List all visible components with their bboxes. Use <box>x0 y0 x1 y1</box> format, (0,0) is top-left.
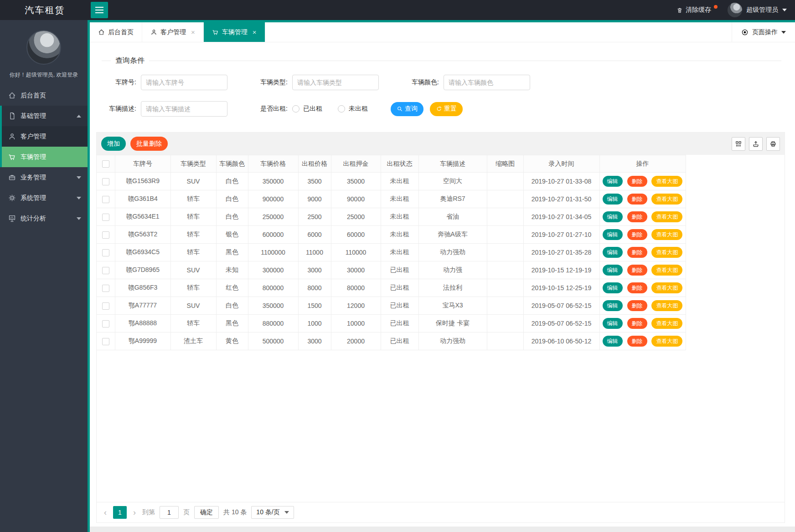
row-checkbox[interactable] <box>102 320 109 327</box>
sidebar-item-business-management[interactable]: 业务管理 <box>0 167 88 188</box>
cell-price: 1100000 <box>248 244 298 261</box>
view-large-image-button[interactable]: 查看大图 <box>651 229 682 240</box>
columns-filter-button[interactable] <box>732 137 745 151</box>
delete-button[interactable]: 删除 <box>627 229 647 240</box>
print-button[interactable] <box>766 137 780 151</box>
prev-page-button[interactable]: ‹ <box>102 508 108 517</box>
table-row: 赣G563T2 轿车 银色 600000 6000 60000 未出租 奔驰A级… <box>97 226 686 244</box>
current-page-button[interactable]: 1 <box>113 506 127 519</box>
cell-color: 未知 <box>216 261 248 279</box>
cell-deposit: 20000 <box>331 332 381 350</box>
sidebar-item-basic-management[interactable]: 基础管理 <box>2 106 88 126</box>
cell-status: 未出租 <box>381 226 418 244</box>
cell-type: 轿车 <box>170 226 216 244</box>
delete-button[interactable]: 删除 <box>627 194 647 205</box>
view-large-image-button[interactable]: 查看大图 <box>651 282 682 293</box>
sidebar-toggle-button[interactable] <box>91 2 108 18</box>
row-checkbox[interactable] <box>102 285 109 292</box>
delete-button[interactable]: 删除 <box>627 211 647 222</box>
sidebar-item-customer-management[interactable]: 客户管理 <box>2 126 88 147</box>
delete-button[interactable]: 删除 <box>627 318 647 329</box>
tab-vehicle-management[interactable]: 车辆管理 × <box>204 22 265 42</box>
cell-type: 轿车 <box>170 315 216 332</box>
edit-button[interactable]: 编辑 <box>603 176 623 187</box>
row-checkbox[interactable] <box>102 249 109 256</box>
cell-type: SUV <box>170 297 216 315</box>
edit-button[interactable]: 编辑 <box>603 300 623 311</box>
sidebar-item-home[interactable]: 后台首页 <box>0 85 88 106</box>
select-all-checkbox[interactable] <box>102 160 109 168</box>
cell-plate: 鄂A77777 <box>115 297 170 315</box>
document-icon <box>8 112 16 120</box>
close-icon[interactable]: × <box>253 28 257 36</box>
delete-button[interactable]: 删除 <box>627 176 647 187</box>
page-actions-label: 页面操作 <box>752 28 778 36</box>
cell-deposit: 60000 <box>331 226 381 244</box>
export-button[interactable] <box>749 137 763 151</box>
cell-status: 已出租 <box>381 279 418 297</box>
edit-button[interactable]: 编辑 <box>603 318 623 329</box>
sidebar-item-system-management[interactable]: 系统管理 <box>0 188 88 208</box>
row-checkbox[interactable] <box>102 214 109 221</box>
edit-button[interactable]: 编辑 <box>603 211 623 222</box>
edit-button[interactable]: 编辑 <box>603 229 623 240</box>
edit-button[interactable]: 编辑 <box>603 194 623 205</box>
cell-plate: 赣G563T2 <box>115 226 170 244</box>
edit-button[interactable]: 编辑 <box>603 247 623 258</box>
next-page-button[interactable]: › <box>131 508 138 517</box>
view-large-image-button[interactable]: 查看大图 <box>651 318 682 329</box>
clear-cache-button[interactable]: 清除缓存 <box>676 6 718 14</box>
cell-desc: 法拉利 <box>418 279 487 297</box>
page-size-select[interactable]: 10 条/页 <box>251 506 294 519</box>
batch-delete-button[interactable]: 批量删除 <box>130 137 168 151</box>
view-large-image-button[interactable]: 查看大图 <box>651 211 682 222</box>
goto-page-input[interactable] <box>160 506 179 519</box>
close-icon[interactable]: × <box>191 28 195 36</box>
sidebar-item-vehicle-management[interactable]: 车辆管理 <box>2 147 88 167</box>
edit-button[interactable]: 编辑 <box>603 265 623 276</box>
view-large-image-button[interactable]: 查看大图 <box>651 265 682 276</box>
row-checkbox[interactable] <box>102 302 109 310</box>
search-button[interactable]: 查询 <box>391 102 423 116</box>
row-checkbox[interactable] <box>102 267 109 274</box>
radio-available[interactable]: 未出租 <box>338 105 368 113</box>
cell-rent-price: 3000 <box>298 332 331 350</box>
row-checkbox[interactable] <box>102 231 109 239</box>
reset-button[interactable]: 重置 <box>430 102 463 116</box>
tab-customer-management[interactable]: 客户管理 × <box>142 22 204 42</box>
delete-button[interactable]: 删除 <box>627 336 647 347</box>
delete-button[interactable]: 删除 <box>627 300 647 311</box>
cell-status: 已出租 <box>381 261 418 279</box>
cell-desc: 省油 <box>418 208 487 226</box>
tab-home[interactable]: 后台首页 <box>90 22 142 42</box>
view-large-image-button[interactable]: 查看大图 <box>651 176 682 187</box>
vehicle-type-input[interactable] <box>292 75 379 90</box>
view-large-image-button[interactable]: 查看大图 <box>651 300 682 311</box>
sidebar-item-statistics[interactable]: 统计分析 <box>0 208 88 229</box>
view-large-image-button[interactable]: 查看大图 <box>651 336 682 347</box>
view-large-image-button[interactable]: 查看大图 <box>651 247 682 258</box>
cell-deposit: 12000 <box>331 297 381 315</box>
delete-button[interactable]: 删除 <box>627 282 647 293</box>
row-checkbox[interactable] <box>102 178 109 185</box>
cell-type: 轿车 <box>170 190 216 208</box>
row-checkbox[interactable] <box>102 196 109 203</box>
user-menu[interactable]: 超级管理员 <box>728 3 787 17</box>
view-large-image-button[interactable]: 查看大图 <box>651 194 682 205</box>
add-button[interactable]: 增加 <box>101 137 126 151</box>
delete-button[interactable]: 删除 <box>627 265 647 276</box>
radio-rented[interactable]: 已出租 <box>292 105 322 113</box>
clear-cache-label: 清除缓存 <box>686 6 711 14</box>
edit-button[interactable]: 编辑 <box>603 336 623 347</box>
vehicle-color-input[interactable] <box>444 75 530 90</box>
page-actions-menu[interactable]: 页面操作 <box>732 22 795 42</box>
edit-button[interactable]: 编辑 <box>603 282 623 293</box>
tab-label: 客户管理 <box>160 28 186 36</box>
row-checkbox[interactable] <box>102 338 109 345</box>
goto-confirm-button[interactable]: 确定 <box>194 506 219 519</box>
plate-input[interactable] <box>141 75 227 90</box>
vehicle-desc-input[interactable] <box>141 101 227 117</box>
delete-button[interactable]: 删除 <box>627 247 647 258</box>
cell-rent-price: 6000 <box>298 226 331 244</box>
briefcase-icon <box>8 174 16 181</box>
